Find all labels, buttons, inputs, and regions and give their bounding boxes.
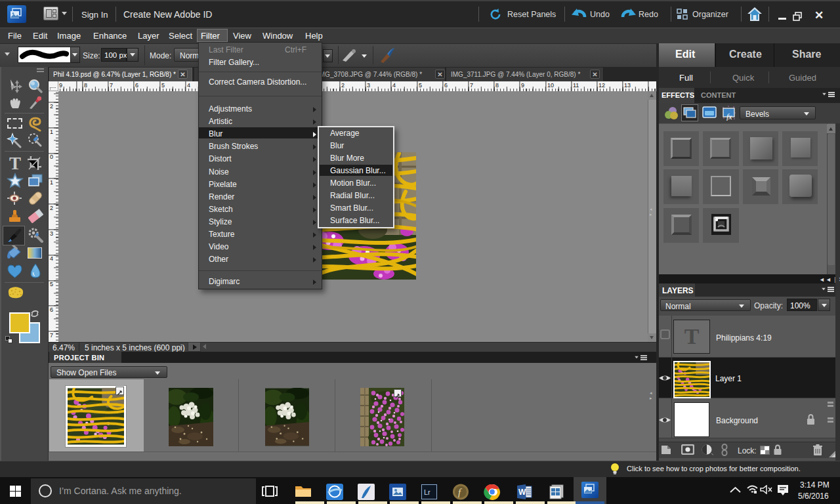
svg-text:fx: fx: [726, 112, 732, 121]
svg-text:Lr: Lr: [424, 488, 430, 496]
svg-text:W: W: [518, 488, 526, 497]
